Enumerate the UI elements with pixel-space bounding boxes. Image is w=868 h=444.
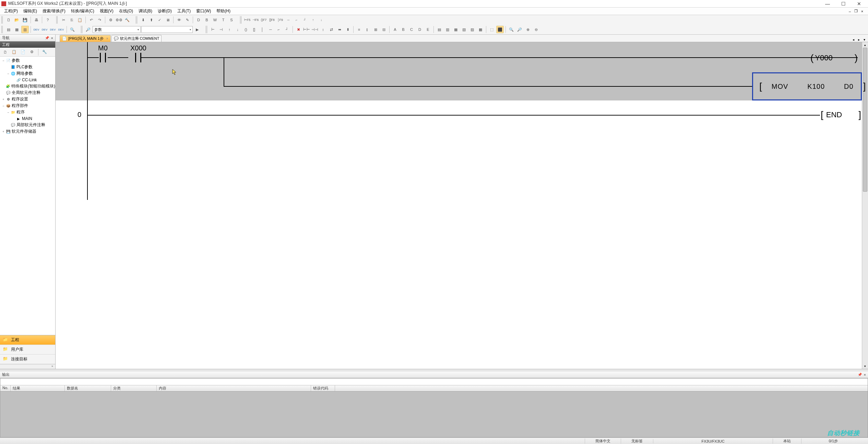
- le-icon[interactable]: D: [416, 26, 424, 33]
- find-icon[interactable]: 🔎: [84, 26, 92, 33]
- buffer-icon[interactable]: B: [203, 16, 211, 24]
- le-icon[interactable]: A: [391, 26, 399, 33]
- nav-tb-icon[interactable]: ⚙: [28, 48, 36, 56]
- toolbar-grip[interactable]: [240, 16, 242, 24]
- tree-item[interactable]: ▶MAIN: [0, 116, 55, 122]
- scroll-up-icon[interactable]: ▴: [862, 42, 868, 48]
- ladder-cf10-icon[interactable]: ┘: [301, 16, 309, 24]
- le-icon[interactable]: C: [408, 26, 415, 33]
- ladder-f7-icon[interactable]: ()F7: [260, 16, 267, 24]
- nav-tb-icon[interactable]: 📄: [19, 48, 27, 56]
- minimize-button[interactable]: —: [823, 1, 832, 7]
- paste-icon[interactable]: 📋: [76, 16, 84, 24]
- ladder-contact-m0[interactable]: M0: [98, 44, 108, 62]
- copy-icon[interactable]: ⎘: [68, 16, 75, 24]
- le-icon[interactable]: 🔎: [516, 26, 523, 33]
- toolbar-grip[interactable]: [56, 16, 58, 24]
- tree-expand-icon[interactable]: −: [1, 59, 5, 62]
- ladder-coil-y000[interactable]: ( Y000 ): [810, 52, 858, 63]
- tree-item[interactable]: 📘PLC参数: [0, 64, 55, 70]
- tree-item[interactable]: −📄参数: [0, 57, 55, 64]
- tree-item[interactable]: −📁程序: [0, 109, 55, 116]
- tab-list-icon[interactable]: ▾: [862, 37, 867, 42]
- close-icon[interactable]: ×: [51, 36, 53, 40]
- zoom-icon[interactable]: 🔍: [69, 26, 76, 33]
- ladder-f5-icon[interactable]: ⊢F5: [243, 16, 251, 24]
- close-button[interactable]: ✕: [854, 1, 864, 7]
- output-column-header[interactable]: 内容: [157, 385, 311, 391]
- ladder-editor[interactable]: M0 X000 ( Y000 ) [ MOV: [56, 42, 868, 369]
- help-icon[interactable]: ?: [44, 16, 51, 24]
- monitor-icon[interactable]: 👁: [175, 16, 183, 24]
- le-icon[interactable]: B: [400, 26, 407, 33]
- menu-view[interactable]: 视图(V): [97, 8, 116, 15]
- nav-collapse-icon[interactable]: »: [0, 364, 55, 369]
- editor-tab-main[interactable]: 📄 [PRG]写入 MAIN 1步 ×: [60, 35, 111, 42]
- menu-window[interactable]: 窗口(W): [193, 8, 214, 15]
- dev2-icon[interactable]: DEV: [41, 26, 48, 33]
- le-icon[interactable]: ⬍: [344, 26, 352, 33]
- output-column-header[interactable]: 结果: [11, 385, 65, 391]
- le-icon[interactable]: ⊕: [524, 26, 532, 33]
- ladder-contact-x000[interactable]: X000: [130, 44, 146, 62]
- le-icon[interactable]: ─: [267, 26, 274, 33]
- tree-expand-icon[interactable]: +: [1, 130, 5, 133]
- nav-icon[interactable]: ▤: [5, 26, 12, 33]
- dev1-icon[interactable]: DEV: [33, 26, 40, 33]
- tree-item[interactable]: 🔗CC-Link: [0, 77, 55, 83]
- le-icon[interactable]: ▤: [436, 26, 443, 33]
- le-icon[interactable]: ▦: [452, 26, 460, 33]
- print-icon[interactable]: 🖶: [33, 16, 40, 24]
- le-icon[interactable]: ⊞: [372, 26, 379, 33]
- dev3-icon[interactable]: DEV: [49, 26, 57, 33]
- menu-online[interactable]: 在线(O): [116, 8, 136, 15]
- le-icon[interactable]: ┘: [283, 26, 291, 33]
- maximize-button[interactable]: ☐: [839, 1, 848, 7]
- output-column-header[interactable]: 数据名: [65, 385, 111, 391]
- tab-close-icon[interactable]: ×: [106, 37, 108, 40]
- le-icon[interactable]: ⌐: [275, 26, 283, 33]
- le-icon[interactable]: ⊣⊣: [311, 26, 319, 33]
- dev4-icon[interactable]: DEV: [57, 26, 65, 33]
- sampling-icon[interactable]: S: [228, 16, 235, 24]
- le-icon[interactable]: ▨: [468, 26, 476, 33]
- close-icon[interactable]: ×: [864, 373, 866, 377]
- editor-tab-comment[interactable]: 💬 软元件注释 COMMENT: [111, 35, 162, 42]
- le-icon[interactable]: ↑: [226, 26, 233, 33]
- read-plc-icon[interactable]: ⬆: [147, 16, 155, 24]
- le-icon[interactable]: ⫿: [364, 26, 371, 33]
- mdi-restore-icon[interactable]: ❐: [854, 9, 858, 14]
- scroll-down-icon[interactable]: ▾: [862, 363, 868, 369]
- le-icon[interactable]: ⬚: [488, 26, 496, 33]
- nav-tb-icon[interactable]: 🔧: [41, 48, 48, 56]
- tree-expand-icon[interactable]: −: [6, 72, 10, 75]
- tab-next-icon[interactable]: ▸: [856, 37, 861, 42]
- menu-diagnose[interactable]: 诊断(D): [155, 8, 175, 15]
- output-column-header[interactable]: 分类: [111, 385, 157, 391]
- menu-project[interactable]: 工程(P): [1, 8, 21, 15]
- tree-item[interactable]: 💬局部软元件注释: [0, 122, 55, 128]
- pin-icon[interactable]: 📌: [858, 373, 862, 376]
- element-icon[interactable]: ▦: [13, 26, 21, 33]
- le-icon[interactable]: ↓: [234, 26, 241, 33]
- tree-item[interactable]: +💾软元件存储器: [0, 128, 55, 135]
- menu-debug[interactable]: 调试(B): [136, 8, 155, 15]
- menu-compile[interactable]: 转换/编译(C): [68, 8, 97, 15]
- toolbar-grip[interactable]: [1, 16, 3, 24]
- watch-icon[interactable]: W: [211, 16, 219, 24]
- tree-item[interactable]: 💬全局软元件注释: [0, 89, 55, 96]
- le-icon[interactable]: ⊖: [532, 26, 540, 33]
- tree-expand-icon[interactable]: −: [1, 104, 5, 108]
- mdi-minimize-icon[interactable]: –: [847, 9, 852, 14]
- menu-help[interactable]: 帮助(H): [214, 8, 233, 15]
- scroll-thumb[interactable]: [863, 48, 867, 192]
- new-icon[interactable]: 🗋: [5, 16, 12, 24]
- le-icon[interactable]: ▧: [460, 26, 468, 33]
- ladder-sf8-icon[interactable]: ↓: [318, 16, 325, 24]
- le-icon[interactable]: ⇄: [328, 26, 335, 33]
- le-icon[interactable]: ⊣: [217, 26, 225, 33]
- search-field[interactable]: ▾: [141, 26, 193, 33]
- le-icon[interactable]: ✖: [295, 26, 302, 33]
- le-icon[interactable]: ↕: [319, 26, 327, 33]
- monitor-write-icon[interactable]: ✎: [183, 16, 191, 24]
